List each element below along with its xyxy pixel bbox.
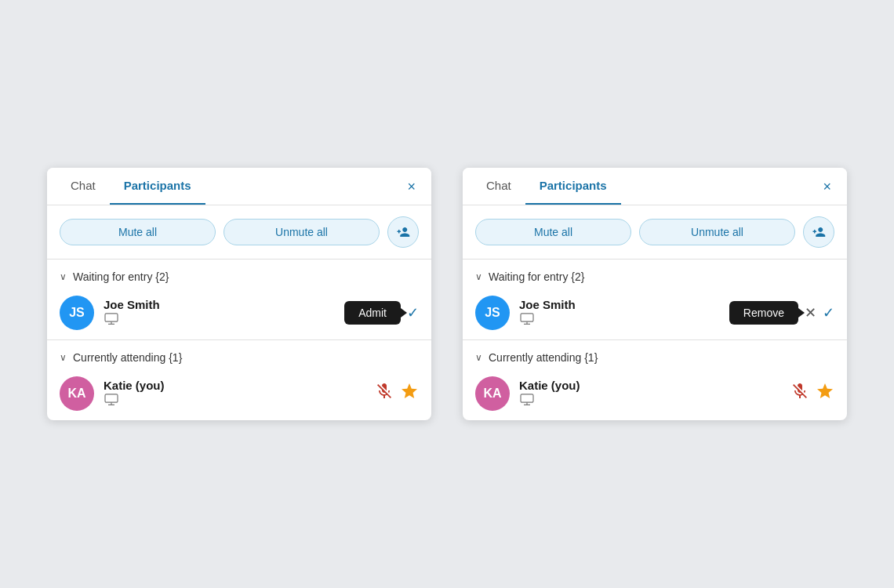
section-attending-label-left: Currently attending {1}	[73, 351, 182, 364]
tab-participants-right[interactable]: Participants	[525, 168, 621, 205]
participant-name-joe-right: Joe Smith	[519, 298, 720, 311]
section-attending-left: ∨ Currently attending {1}	[47, 340, 431, 370]
svg-rect-6	[521, 313, 533, 321]
participant-actions-joe-left: Admit ✓	[344, 301, 419, 325]
section-waiting-label-left: Waiting for entry {2}	[73, 270, 169, 283]
svg-rect-3	[105, 394, 118, 401]
participant-actions-joe-right: Remove ✕ ✓	[729, 301, 834, 325]
avatar-joe-left: JS	[60, 296, 94, 330]
panel-right: Chat Participants × Mute all Unmute all …	[463, 168, 847, 420]
participant-actions-katie-right	[790, 382, 834, 405]
chevron-attending-right: ∨	[475, 352, 482, 363]
chevron-waiting-right: ∨	[475, 271, 482, 282]
participant-joe-right: JS Joe Smith Remove ✕ ✓	[463, 289, 847, 339]
participant-name-joe-left: Joe Smith	[104, 298, 335, 311]
participant-katie-left: KA Katie (you)	[47, 370, 431, 420]
device-icon-katie-left	[104, 394, 365, 409]
section-waiting-label-right: Waiting for entry {2}	[489, 270, 584, 283]
section-attending-right: ∨ Currently attending {1}	[463, 340, 847, 370]
participant-info-joe-left: Joe Smith	[104, 298, 335, 328]
panel-left: Chat Participants × Mute all Unmute all …	[47, 168, 431, 420]
add-user-button-left[interactable]	[387, 216, 419, 248]
section-waiting-right: ∨ Waiting for entry {2}	[463, 260, 847, 289]
section-waiting-left: ∨ Waiting for entry {2}	[47, 260, 431, 289]
add-user-icon-left	[396, 225, 410, 239]
mute-icon-katie-left[interactable]	[375, 382, 394, 405]
participant-actions-katie-left	[375, 382, 419, 405]
mute-all-button-left[interactable]: Mute all	[60, 219, 216, 245]
svg-rect-0	[105, 313, 118, 321]
mute-icon-katie-right[interactable]	[790, 382, 809, 405]
participant-joe-left: JS Joe Smith Admit ✓	[47, 289, 431, 339]
avatar-katie-right: KA	[475, 376, 510, 411]
action-bar-left: Mute all Unmute all	[47, 205, 431, 260]
svg-rect-9	[521, 394, 533, 401]
close-button-right[interactable]: ×	[816, 173, 838, 200]
admit-button-left[interactable]: Admit	[344, 301, 401, 325]
panels-container: Chat Participants × Mute all Unmute all …	[47, 168, 847, 420]
x-joe-right[interactable]: ✕	[805, 304, 816, 321]
tab-bar-left: Chat Participants ×	[47, 168, 431, 205]
avatar-katie-left: KA	[60, 376, 94, 411]
tab-participants-left[interactable]: Participants	[110, 168, 205, 205]
action-bar-right: Mute all Unmute all	[463, 205, 847, 260]
remove-button-right[interactable]: Remove	[729, 301, 798, 325]
chevron-waiting-left: ∨	[60, 271, 67, 282]
tab-chat-right[interactable]: Chat	[472, 168, 525, 205]
participant-info-katie-right: Katie (you)	[519, 379, 781, 409]
device-icon-joe-left	[104, 313, 335, 328]
avatar-joe-right: JS	[475, 296, 510, 330]
add-user-button-right[interactable]	[803, 216, 834, 248]
participant-name-katie-left: Katie (you)	[104, 379, 365, 392]
add-user-icon-right	[812, 225, 826, 239]
participant-info-joe-right: Joe Smith	[519, 298, 720, 328]
participant-katie-right: KA Katie (you)	[463, 370, 847, 420]
mute-all-button-right[interactable]: Mute all	[475, 219, 631, 245]
star-icon-katie-right[interactable]	[816, 382, 834, 405]
unmute-all-button-right[interactable]: Unmute all	[639, 219, 795, 245]
participant-info-katie-left: Katie (you)	[104, 379, 365, 409]
device-icon-joe-right	[519, 313, 720, 328]
close-button-left[interactable]: ×	[401, 173, 422, 200]
star-icon-katie-left[interactable]	[400, 382, 419, 405]
check-joe-left[interactable]: ✓	[407, 304, 419, 321]
participant-name-katie-right: Katie (you)	[519, 379, 781, 392]
device-icon-katie-right	[519, 394, 781, 409]
tab-chat-left[interactable]: Chat	[56, 168, 110, 205]
check-joe-right[interactable]: ✓	[823, 304, 834, 321]
unmute-all-button-left[interactable]: Unmute all	[224, 219, 380, 245]
tab-bar-right: Chat Participants ×	[463, 168, 847, 205]
chevron-attending-left: ∨	[60, 352, 67, 363]
section-attending-label-right: Currently attending {1}	[489, 351, 598, 364]
